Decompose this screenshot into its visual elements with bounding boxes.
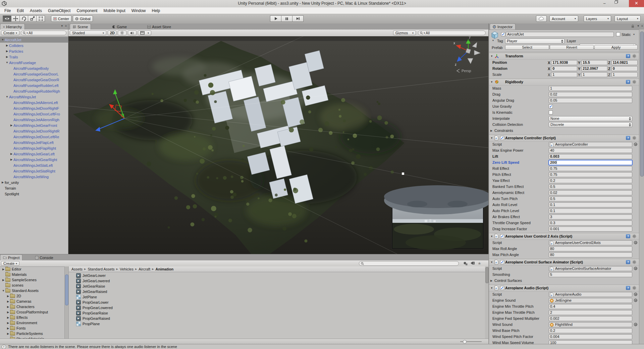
- property-field[interactable]: 0.4: [549, 304, 632, 309]
- breadcrumb-segment[interactable]: Vehicles: [120, 267, 133, 271]
- foldout-arrow-icon[interactable]: ▶: [6, 332, 10, 335]
- component-enabled-checkbox[interactable]: ✓: [500, 234, 504, 238]
- component-enabled-checkbox[interactable]: ✓: [500, 136, 504, 140]
- hierarchy-item[interactable]: AircraftFuselageGearDoorL: [0, 71, 68, 77]
- scene-viewport[interactable]: y x z Persp Camera Preview: [68, 36, 488, 254]
- view-tool-button[interactable]: [3, 15, 11, 22]
- hierarchy-item[interactable]: AircraftFuselageBody: [0, 65, 68, 71]
- menu-mobile-input[interactable]: Mobile Input: [100, 8, 128, 13]
- inspector-scrollbar-thumb[interactable]: [640, 32, 644, 177]
- static-dropdown-icon[interactable]: ▾: [633, 33, 635, 36]
- gear-icon[interactable]: [632, 54, 636, 58]
- foldout-arrow-icon[interactable]: ▶: [5, 44, 9, 47]
- icon-picker-caret[interactable]: ▾: [492, 39, 494, 42]
- object-field[interactable]: #AeroplaneControlSurfaceAnimator: [549, 266, 632, 271]
- help-icon[interactable]: ?: [626, 80, 630, 84]
- property-checkbox[interactable]: ✓: [549, 104, 553, 108]
- help-icon[interactable]: ?: [626, 286, 630, 290]
- 2d-toggle-button[interactable]: 2D: [108, 31, 116, 35]
- close-button[interactable]: ✕: [629, 0, 644, 7]
- project-folder-item[interactable]: scenes: [0, 283, 64, 288]
- tab-asset-store[interactable]: Asset Store: [145, 24, 174, 30]
- pivot-global-button[interactable]: Global: [73, 15, 93, 22]
- object-picker-icon[interactable]: [634, 293, 637, 296]
- property-field[interactable]: 0.001: [549, 227, 632, 232]
- scene-search-input[interactable]: ▾ All: [418, 31, 486, 35]
- project-folder-item[interactable]: ▶Characters: [0, 304, 64, 309]
- project-file-item[interactable]: ▶PropGearRaise: [69, 310, 485, 316]
- hierarchy-item[interactable]: ▼AircraftWingsJet: [0, 94, 68, 100]
- gear-icon[interactable]: [632, 260, 636, 264]
- scale-tool-button[interactable]: [28, 15, 37, 22]
- panel-dropdown-icon[interactable]: ▾: [61, 24, 63, 28]
- project-file-item[interactable]: ▶JetGearLower: [69, 273, 485, 278]
- project-folder-item[interactable]: ▶Fonts: [0, 326, 64, 331]
- gear-icon[interactable]: [632, 80, 636, 84]
- vector-field[interactable]: 1: [581, 72, 607, 77]
- project-file-item[interactable]: JetPlane: [69, 294, 485, 300]
- panel-menu-icon[interactable]: ≡: [65, 24, 67, 28]
- menu-file[interactable]: File: [1, 8, 14, 13]
- pivot-center-button[interactable]: Center: [51, 15, 71, 22]
- project-file-item[interactable]: ▶PropGearLowered: [69, 305, 485, 310]
- cloud-button[interactable]: [536, 15, 547, 22]
- hierarchy-item[interactable]: AircraftWingsJetFlapRight: [0, 145, 68, 151]
- project-folder-item[interactable]: ▶Effects: [0, 315, 64, 320]
- draw-mode-dropdown[interactable]: Shaded▾: [70, 31, 106, 35]
- tab-inspector[interactable]: Inspector: [490, 23, 516, 30]
- tab-hierarchy[interactable]: ≡ Hierarchy: [0, 23, 25, 30]
- favorites-star-icon[interactable]: ★: [478, 261, 481, 266]
- property-field[interactable]: 0.004: [549, 334, 632, 339]
- panel-menu-icon[interactable]: ≡: [641, 24, 643, 28]
- enum-dropdown[interactable]: Discrete: [549, 122, 632, 127]
- move-tool-button[interactable]: [11, 15, 20, 22]
- menu-edit[interactable]: Edit: [14, 8, 27, 13]
- property-field[interactable]: 0.5: [549, 184, 632, 189]
- component-header[interactable]: ▼#✓Aeroplane User Control 2 Axis (Script…: [489, 233, 639, 240]
- project-folder-item[interactable]: ▶2D: [0, 293, 64, 299]
- hierarchy-item[interactable]: ▶AircraftWingsJetGearFront: [0, 122, 68, 128]
- layout-dropdown[interactable]: Layout▾: [614, 15, 641, 22]
- vector-field[interactable]: 212.0967: [581, 66, 607, 71]
- property-field[interactable]: 0.3: [549, 220, 632, 226]
- effects-dropdown[interactable]: ▾: [138, 31, 151, 35]
- vector-field[interactable]: 0: [551, 66, 577, 71]
- rect-tool-button[interactable]: [36, 15, 45, 22]
- hierarchy-item[interactable]: Spotlight: [0, 191, 68, 197]
- foldout-arrow-icon[interactable]: ▼: [1, 38, 5, 41]
- search-by-label-button[interactable]: [470, 261, 475, 265]
- minimize-button[interactable]: –: [600, 0, 609, 7]
- foldout-arrow-icon[interactable]: ▶: [490, 129, 492, 132]
- tab-scene[interactable]: Scene: [70, 23, 91, 30]
- prefab-apply-button[interactable]: Apply: [594, 45, 638, 50]
- prefab-revert-button[interactable]: Revert: [550, 45, 594, 50]
- project-folder-item[interactable]: Materials: [0, 272, 64, 277]
- account-dropdown[interactable]: Account▾: [549, 15, 578, 22]
- vector-field[interactable]: 0: [611, 66, 638, 71]
- vector-field[interactable]: 1: [551, 72, 577, 77]
- gear-icon[interactable]: [632, 234, 636, 238]
- object-field[interactable]: #AeroplaneAudio: [549, 292, 632, 297]
- help-icon[interactable]: ?: [626, 234, 630, 238]
- hierarchy-item[interactable]: AircraftWingsJetWing: [0, 174, 68, 180]
- hierarchy-item[interactable]: AircraftWingsJetFlapLeft: [0, 140, 68, 145]
- property-field[interactable]: 0.2: [549, 328, 632, 333]
- help-icon[interactable]: ?: [626, 260, 630, 264]
- property-checkbox[interactable]: [549, 110, 553, 114]
- property-label[interactable]: Control Surfaces: [494, 279, 550, 283]
- foldout-arrow-icon[interactable]: ▶: [490, 279, 492, 282]
- property-field[interactable]: 0.1: [549, 208, 632, 213]
- object-picker-icon[interactable]: [634, 143, 637, 146]
- enum-dropdown[interactable]: None: [549, 116, 632, 121]
- menu-component[interactable]: Component: [73, 8, 100, 13]
- hierarchy-item[interactable]: AircraftFuselageRudderRigh: [0, 88, 68, 94]
- icon-size-slider-thumb[interactable]: [463, 340, 467, 344]
- foldout-arrow-icon[interactable]: ▶: [6, 327, 10, 330]
- project-tree-scrollbar-thumb[interactable]: [65, 275, 68, 305]
- property-field[interactable]: 200: [549, 160, 632, 165]
- foldout-arrow-icon[interactable]: ▼: [490, 81, 493, 84]
- property-field[interactable]: 2: [549, 310, 632, 315]
- hierarchy-item[interactable]: AircraftWingsJetDoorRightR: [0, 128, 68, 134]
- project-file-item[interactable]: ▶JetGearRaised: [69, 289, 485, 294]
- tag-dropdown[interactable]: Player: [505, 39, 565, 44]
